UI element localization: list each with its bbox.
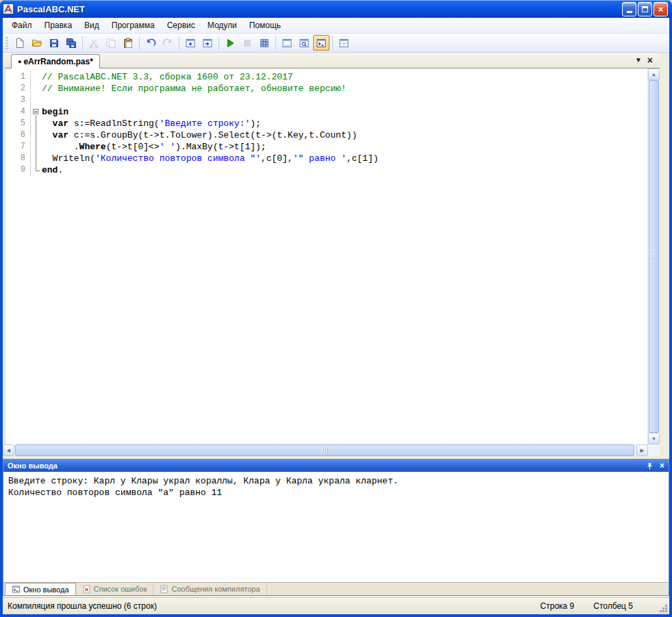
menu-program[interactable]: Программа <box>105 18 161 32</box>
paste-button[interactable] <box>120 35 136 51</box>
code-line[interactable]: 4begin <box>6 106 647 118</box>
save-all-icon <box>66 38 77 49</box>
vertical-scroll-thumb[interactable] <box>649 80 659 433</box>
bottom-tab-strip: Окно выводаСписок ошибокСообщения компил… <box>3 582 669 595</box>
resize-grip[interactable] <box>659 604 668 613</box>
compiler-messages-icon <box>160 585 169 594</box>
toolbar-separator <box>275 36 276 50</box>
window-watch-icon <box>299 38 310 49</box>
tab-strip: ●eArrRandom.pas* ▼ × <box>3 53 660 68</box>
error-list-icon <box>82 585 91 594</box>
new-file-icon <box>14 38 25 49</box>
code-line[interactable]: 5 var s:=ReadlnString('Введите строку:')… <box>6 118 647 129</box>
menu-modules[interactable]: Модули <box>201 18 243 32</box>
tab-close-button[interactable]: × <box>647 55 653 65</box>
code-editor[interactable]: 1// PascalABC.NET 3.3, сборка 1600 от 23… <box>3 68 660 444</box>
scroll-up-button[interactable]: ▲ <box>648 68 660 80</box>
horizontal-scroll-track[interactable] <box>14 444 636 456</box>
fold-margin <box>31 95 42 106</box>
code-line[interactable]: 7 .Where(t->t[0]<>' ').MaxBy(t->t[1]); <box>6 141 647 153</box>
output-window: Окно вывода × Введите строку: Карл у Кла… <box>3 459 669 596</box>
tab-list-dropdown-button[interactable]: ▼ <box>635 57 642 64</box>
stop-button[interactable] <box>239 35 256 51</box>
fold-margin <box>31 164 42 176</box>
tab-compiler-messages[interactable]: Сообщения компилятора <box>153 583 266 595</box>
window-controls: × <box>622 2 669 16</box>
menu-edit[interactable]: Правка <box>38 18 79 32</box>
code-line[interactable]: 3 <box>6 95 647 106</box>
minimize-button[interactable] <box>622 2 636 16</box>
new-file-button[interactable] <box>12 35 28 51</box>
redo-button[interactable] <box>160 35 176 51</box>
tab-output-window[interactable]: Окно вывода <box>5 583 76 595</box>
editor-area: ●eArrRandom.pas* ▼ × 1// PascalABC.NET 3… <box>3 53 669 456</box>
open-file-button[interactable] <box>29 35 45 51</box>
pin-button[interactable] <box>646 462 654 470</box>
editor-tab[interactable]: ●eArrRandom.pas* <box>11 54 100 68</box>
window-input-icon <box>282 38 293 49</box>
cut-button[interactable] <box>86 35 102 51</box>
fold-margin <box>31 141 42 153</box>
code-text: .Where(t->t[0]<>' ').MaxBy(t->t[1]); <box>42 141 266 153</box>
editor-horizontal-scrollbar[interactable]: ◀ ▶ <box>3 444 660 456</box>
bottom-tab-label: Список ошибок <box>94 585 147 593</box>
code-line[interactable]: 9end. <box>6 164 647 176</box>
save-all-button[interactable] <box>63 35 79 51</box>
app-icon <box>3 3 14 14</box>
code-line[interactable]: 2// Внимание! Если программа не работает… <box>6 83 647 95</box>
form-designer-button[interactable] <box>336 35 352 51</box>
copy-button[interactable] <box>103 35 119 51</box>
undo-button[interactable] <box>142 35 159 51</box>
toolbar-separator <box>219 36 219 50</box>
tab-error-list[interactable]: Список ошибок <box>76 583 154 595</box>
code-text: Writeln('Количество повторов символа "',… <box>42 153 379 164</box>
vertical-scroll-track[interactable] <box>648 80 660 433</box>
output-window-button[interactable] <box>313 35 329 51</box>
toolbar-separator <box>139 36 140 50</box>
line-number: 5 <box>6 118 31 129</box>
code-line[interactable]: 1// PascalABC.NET 3.3, сборка 1600 от 23… <box>6 71 647 83</box>
compile-button[interactable] <box>182 35 199 51</box>
scroll-right-button[interactable]: ▶ <box>636 444 648 456</box>
menu-view[interactable]: Вид <box>78 18 105 32</box>
code-area[interactable]: 1// PascalABC.NET 3.3, сборка 1600 от 23… <box>6 68 647 444</box>
save-button[interactable] <box>46 35 62 51</box>
scroll-down-button[interactable]: ▼ <box>648 433 660 444</box>
code-line[interactable]: 8 Writeln('Количество повторов символа "… <box>6 153 647 164</box>
window-title: PascalABC.NET <box>17 4 619 14</box>
tabstrip-buttons: ▼ × <box>635 55 660 68</box>
line-number: 6 <box>6 129 31 141</box>
output-line: Введите строку: Карл у Клары украл корал… <box>8 475 664 487</box>
menu-file[interactable]: Файл <box>5 18 38 32</box>
output-header-buttons: × <box>646 462 664 470</box>
line-number: 7 <box>6 141 31 153</box>
code-line[interactable]: 6 var c:=s.GroupBy(t->t.ToLower).Select(… <box>6 129 647 141</box>
title-bar: PascalABC.NET × <box>0 0 672 18</box>
watch-window-button[interactable] <box>296 35 312 51</box>
main-toolbar <box>3 34 669 53</box>
close-button[interactable]: × <box>654 2 668 16</box>
line-number: 4 <box>6 106 31 118</box>
menu-help[interactable]: Помощь <box>243 18 287 32</box>
horizontal-scroll-thumb[interactable] <box>15 444 634 456</box>
build-button[interactable] <box>199 35 216 51</box>
window-arrow-down-icon <box>185 38 196 49</box>
fold-toggle[interactable] <box>31 106 42 118</box>
run-button[interactable] <box>222 35 238 51</box>
pin-icon <box>646 462 654 470</box>
console-window-icon <box>12 585 21 594</box>
output-close-button[interactable]: × <box>660 462 664 470</box>
input-window-button[interactable] <box>279 35 295 51</box>
toolbar-grip[interactable] <box>5 37 8 49</box>
output-line: Количество повторов символа "а" равно 11 <box>8 487 664 499</box>
grid-icon <box>259 38 270 49</box>
scroll-left-button[interactable]: ◀ <box>3 444 14 456</box>
run-icon <box>225 38 236 49</box>
maximize-button[interactable] <box>638 2 652 16</box>
editor-vertical-scrollbar[interactable]: ▲ ▼ <box>647 68 660 444</box>
expression-pad-button[interactable] <box>256 35 273 51</box>
menu-service[interactable]: Сервис <box>161 18 201 32</box>
output-text: Введите строку: Карл у Клары украл корал… <box>3 472 669 582</box>
open-folder-icon <box>32 38 42 49</box>
toolbar-separator <box>332 36 333 50</box>
